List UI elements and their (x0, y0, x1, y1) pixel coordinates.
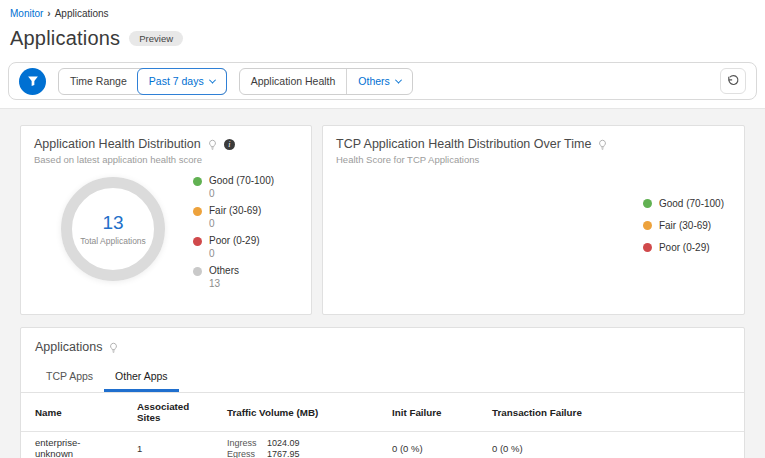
applications-table-card: Applications TCP Apps Other Apps Name As… (20, 327, 745, 458)
time-range-dropdown[interactable]: Past 7 days (137, 68, 227, 95)
column-name: Name (21, 393, 127, 432)
time-range-label: Time Range (59, 69, 138, 94)
top-bar: Monitor › Applications Applications Prev… (0, 0, 765, 108)
application-health-value: Others (358, 75, 390, 87)
init-failure: 0 (0 %) (382, 432, 482, 458)
breadcrumb-current: Applications (55, 8, 109, 19)
breadcrumb-monitor-link[interactable]: Monitor (10, 8, 43, 19)
poor-dot-icon (193, 237, 202, 246)
health-distribution-card: Application Health Distribution Based on… (20, 125, 312, 315)
applications-card-title: Applications (35, 340, 102, 354)
column-traffic-volume: Traffic Volume (MB) (217, 393, 382, 432)
column-associated-sites: Associated Sites (127, 393, 217, 432)
apps-tabs: TCP Apps Other Apps (21, 364, 744, 393)
good-dot-icon (643, 199, 652, 208)
app-name: enterprise-unknown (21, 432, 127, 458)
application-health-dropdown[interactable]: Others (346, 69, 412, 94)
time-range-value: Past 7 days (149, 75, 204, 87)
insight-bulb-icon (207, 139, 218, 150)
page-title: Applications (10, 27, 120, 50)
tcp-legend: Good (70-100) Fair (30-69) Poor (0-29) (643, 198, 724, 253)
legend-item-poor: Poor (0-29) (643, 242, 724, 253)
filter-bar: Time Range Past 7 days Application Healt… (8, 62, 757, 100)
good-dot-icon (193, 177, 202, 186)
application-health-label: Application Health (240, 69, 347, 94)
tcp-card-title: TCP Application Health Distribution Over… (336, 137, 591, 151)
donut-total: 13 (102, 212, 123, 234)
legend-item-fair: Fair (30-69) (643, 220, 724, 231)
undo-icon (726, 74, 740, 88)
time-range-filter-group: Time Range Past 7 days (58, 68, 227, 95)
main-content: Application Health Distribution Based on… (0, 108, 765, 458)
column-transaction-failure: Transaction Failure (482, 393, 744, 432)
associated-sites: 1 (127, 432, 217, 458)
tab-tcp-apps[interactable]: TCP Apps (35, 364, 104, 392)
legend-item-good: Good (70-100) (643, 198, 724, 209)
legend-item-poor: Poor (0-29) 0 (193, 235, 274, 259)
chevron-down-icon (209, 76, 216, 83)
breadcrumb: Monitor › Applications (10, 8, 757, 19)
transaction-failure: 0 (0 %) (482, 432, 744, 458)
poor-dot-icon (643, 243, 652, 252)
chevron-down-icon (395, 76, 402, 83)
insight-bulb-icon (597, 139, 608, 150)
others-dot-icon (193, 267, 202, 276)
tcp-card-subtitle: Health Score for TCP Applications (336, 154, 731, 165)
legend-item-good: Good (70-100) 0 (193, 175, 274, 199)
applications-table: Name Associated Sites Traffic Volume (MB… (21, 393, 744, 458)
funnel-icon (27, 75, 39, 87)
health-donut-chart: 13 Total Applications (61, 177, 165, 281)
fair-dot-icon (193, 207, 202, 216)
insight-bulb-icon (108, 342, 119, 353)
info-icon[interactable] (224, 139, 235, 150)
reset-filters-button[interactable] (720, 68, 746, 94)
title-row: Applications Preview (10, 27, 757, 50)
health-card-title: Application Health Distribution (34, 137, 201, 151)
tab-other-apps[interactable]: Other Apps (104, 364, 179, 392)
filter-icon[interactable] (19, 68, 46, 95)
fair-dot-icon (643, 221, 652, 230)
breadcrumb-separator-icon: › (47, 8, 50, 19)
table-header-row: Name Associated Sites Traffic Volume (MB… (21, 393, 744, 432)
tcp-health-over-time-card: TCP Application Health Distribution Over… (322, 125, 745, 315)
health-card-subtitle: Based on latest application health score (34, 154, 298, 165)
traffic-volume: Ingress1024.09 Egress1767.95 (217, 432, 382, 458)
legend-item-fair: Fair (30-69) 0 (193, 205, 274, 229)
preview-badge: Preview (129, 31, 183, 46)
column-init-failure: Init Failure (382, 393, 482, 432)
health-legend: Good (70-100) 0 Fair (30-69) 0 (193, 175, 274, 289)
donut-total-label: Total Applications (80, 236, 146, 246)
table-row[interactable]: enterprise-unknown 1 Ingress1024.09 Egre… (21, 432, 744, 458)
legend-item-others: Others 13 (193, 265, 274, 289)
application-health-filter-group: Application Health Others (239, 68, 413, 95)
